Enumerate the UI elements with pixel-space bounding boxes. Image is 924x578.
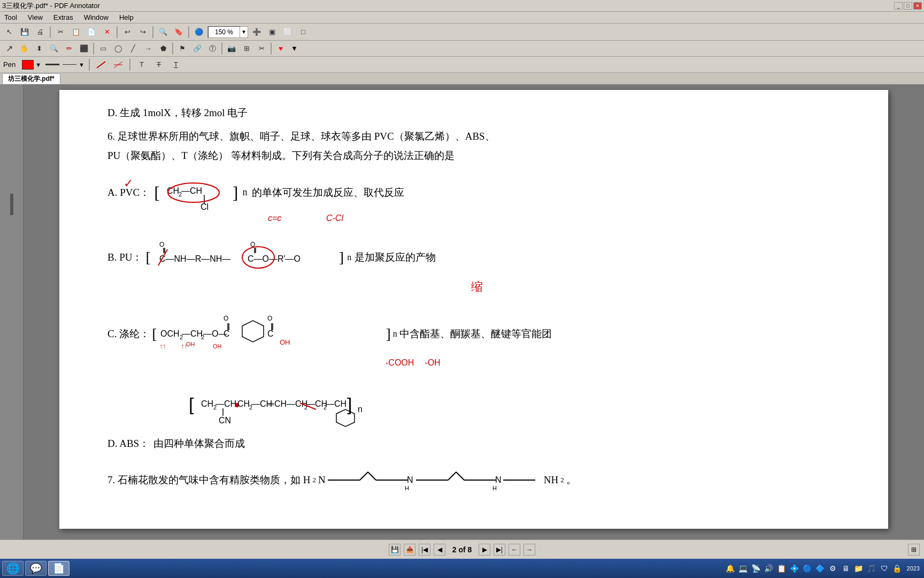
magnify-button[interactable]: 🔍 [47,42,61,56]
pen-separator-2 [129,59,130,71]
tray-icon-6[interactable]: 💠 [789,563,800,574]
tray-icon-7[interactable]: 🔵 [802,563,813,574]
bookmark-button[interactable]: 🔖 [172,25,186,39]
zoom-in-button[interactable]: ➕ [250,25,264,39]
line-dropdown-arrow[interactable]: ▼ [79,62,84,68]
right-nav-icon[interactable]: ⊞ [908,544,920,556]
menu-extras[interactable]: Extras [51,12,75,22]
tray-icon-bluetooth[interactable]: 🔷 [815,563,826,574]
pen-style-1[interactable] [94,58,108,72]
question-6-line1: 6. 足球世界杯所用的气球、旗帜、哨子、足球、球衣等多由 PVC（聚氯乙烯）、A… [107,130,851,143]
tray-icon-5[interactable]: 📋 [776,563,787,574]
svg-text:OH: OH [280,338,290,346]
line-dashed[interactable] [63,64,76,65]
stamp-button[interactable]: ⚑ [175,42,189,56]
pvc-structure-svg: CH 2 —CH Cl [164,172,228,210]
color-swatch[interactable] [22,60,34,70]
next-page-button[interactable]: ▶ [479,544,490,556]
taskbar-item-1[interactable]: 💬 [25,561,47,576]
line-button[interactable]: ╱ [126,42,140,56]
zoom-input[interactable] [208,26,240,38]
arrow-button[interactable]: → [141,42,155,56]
color-picker[interactable]: ▼ [22,60,41,70]
menu-tool[interactable]: Tool [2,12,19,22]
text-underline-button[interactable]: T [169,58,183,72]
area-button[interactable]: ⊞ [240,42,253,56]
line-style-picker[interactable]: ▼ [44,62,84,68]
minimize-button[interactable]: _ [894,2,903,10]
start-button[interactable]: 🌐 [2,561,24,576]
pdf-viewer[interactable]: D. 生成 1molX，转移 2mol 电子 6. 足球世界杯所用的气球、旗帜、… [24,85,924,539]
restore-button[interactable]: □ [904,2,912,10]
zoom-dropdown-arrow[interactable]: ▼ [240,28,248,36]
tray-icon-3[interactable]: 📡 [751,563,761,574]
options-icon[interactable]: ⊞ [908,544,920,556]
color-dropdown-arrow[interactable]: ▼ [35,62,41,68]
menu-view[interactable]: View [26,12,45,22]
paste-button[interactable]: 📄 [84,25,98,39]
pen-style-2[interactable] [111,58,125,72]
line-solid[interactable] [45,64,59,65]
tray-icon-2[interactable]: 💻 [738,563,749,574]
taskbar-item-pdf[interactable]: 📄 [48,561,70,576]
forward-button[interactable]: → [523,544,535,556]
zoom-out-button[interactable]: 🔵 [192,25,206,39]
menu-help[interactable]: Help [117,12,136,22]
tray-icon-settings[interactable]: ⚙ [828,563,838,574]
link-button[interactable]: 🔗 [190,42,204,56]
last-page-button[interactable]: ▶| [494,544,505,556]
tray-icon-extra[interactable]: 🔒 [892,563,903,574]
select-tool-button[interactable]: ↗ [2,42,16,56]
undo-button[interactable]: ↩ [120,25,134,39]
fit-page-button[interactable]: ▣ [265,25,279,39]
sidebar-handle[interactable] [10,194,13,215]
close-button[interactable]: ✕ [913,2,922,10]
window-controls[interactable]: _ □ ✕ [894,2,922,10]
text-normal-button[interactable]: T [135,58,149,72]
tray-icon-music[interactable]: 🎵 [866,563,877,574]
menu-window[interactable]: Window [82,12,111,22]
save-button[interactable]: 💾 [18,25,32,39]
delete-button[interactable]: ✕ [100,25,114,39]
pen-button[interactable]: ✏ [62,42,76,56]
scroll-tool-button[interactable]: ⬍ [32,42,46,56]
tray-icon-antivirus[interactable]: 🛡 [879,563,890,574]
eraser-button[interactable]: ✂ [255,42,268,56]
tray-icon-4[interactable]: 🔊 [764,563,774,574]
fit-width-button[interactable]: ⬜ [281,25,295,39]
pointer-tool-button[interactable]: ↖ [2,25,16,39]
polygon-button[interactable]: ⬟ [156,42,170,56]
typewriter-button[interactable]: Ⓣ [205,42,219,56]
ellipse-button[interactable]: ◯ [111,42,125,56]
svg-text:↑↑: ↑↑ [159,343,166,350]
text-strikethrough-button[interactable]: T [152,58,166,72]
toolbar-separator-3 [152,26,153,38]
print-button[interactable]: 🖨 [33,25,47,39]
prev-page-button[interactable]: ◀ [434,544,445,556]
zoom-combo[interactable]: ▼ [207,26,248,38]
tray-icon-1[interactable]: 🔔 [725,563,736,574]
main-area: D. 生成 1molX，转移 2mol 电子 6. 足球世界杯所用的气球、旗帜、… [0,85,924,539]
favorite-button[interactable]: ♥ [274,42,288,56]
question-7-text: 7. 石楠花散发的气味中含有精胺类物质，如 H [107,473,310,487]
redo-button[interactable]: ↪ [136,25,150,39]
highlighter-button[interactable]: ⬛ [77,42,91,56]
tray-icon-display[interactable]: 🖥 [841,563,851,574]
cut-button[interactable]: ✂ [53,25,67,39]
question-7: 7. 石楠花散发的气味中含有精胺类物质，如 H 2 N N [107,467,851,493]
favorite-dropdown[interactable]: ▼ [291,44,298,52]
tray-icon-folder[interactable]: 📁 [853,563,864,574]
camera-button[interactable]: 📷 [225,42,238,56]
hand-tool-button[interactable]: 🖐 [17,42,31,56]
copy-button[interactable]: 📋 [69,25,83,39]
save-nav-button[interactable]: 💾 [389,544,401,556]
search-button[interactable]: 🔍 [156,25,170,39]
question-6-text1: 6. 足球世界杯所用的气球、旗帜、哨子、足球、球衣等多由 PVC（聚氯乙烯）、A… [107,131,495,142]
document-tab[interactable]: 坊三模化学.pdf* [2,73,60,84]
rectangle-button[interactable]: ▭ [96,42,110,56]
single-page-button[interactable]: □ [296,25,310,39]
first-page-button[interactable]: |◀ [419,544,430,556]
export-button[interactable]: 📤 [404,544,415,556]
svg-line-65 [456,472,464,480]
back-button[interactable]: ← [509,544,520,556]
